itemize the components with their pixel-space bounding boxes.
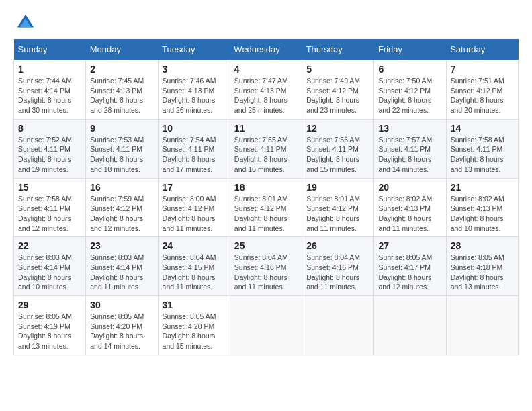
calendar-cell: 18 Sunrise: 8:01 AM Sunset: 4:12 PM Dayl… [230,178,302,237]
day-info: Sunrise: 8:04 AM Sunset: 4:16 PM Dayligh… [306,253,369,292]
day-number: 4 [234,64,298,75]
calendar-cell: 23 Sunrise: 8:03 AM Sunset: 4:14 PM Dayl… [86,237,158,296]
day-info: Sunrise: 7:57 AM Sunset: 4:11 PM Dayligh… [378,135,441,175]
day-header-thursday: Thursday [302,39,374,60]
calendar-cell: 8 Sunrise: 7:52 AM Sunset: 4:11 PM Dayli… [14,119,86,178]
day-number: 28 [451,240,514,251]
day-info: Sunrise: 7:50 AM Sunset: 4:12 PM Dayligh… [378,76,441,116]
day-header-wednesday: Wednesday [230,39,302,60]
day-info: Sunrise: 8:01 AM Sunset: 4:12 PM Dayligh… [234,194,298,234]
calendar-table: SundayMondayTuesdayWednesdayThursdayFrid… [13,39,519,355]
day-number: 7 [451,64,514,75]
calendar-cell: 1 Sunrise: 7:44 AM Sunset: 4:14 PM Dayli… [14,60,86,120]
calendar-cell: 12 Sunrise: 7:56 AM Sunset: 4:11 PM Dayl… [302,119,374,178]
calendar-cell: 20 Sunrise: 8:02 AM Sunset: 4:13 PM Dayl… [374,178,446,237]
day-info: Sunrise: 7:53 AM Sunset: 4:11 PM Dayligh… [90,135,153,175]
day-info: Sunrise: 7:58 AM Sunset: 4:11 PM Dayligh… [18,194,81,234]
day-number: 2 [90,64,153,75]
day-number: 3 [163,64,226,75]
day-number: 30 [90,300,153,310]
day-number: 23 [90,240,153,251]
calendar-cell: 21 Sunrise: 8:02 AM Sunset: 4:13 PM Dayl… [446,178,518,237]
day-info: Sunrise: 7:47 AM Sunset: 4:13 PM Dayligh… [234,76,298,116]
day-info: Sunrise: 7:52 AM Sunset: 4:11 PM Dayligh… [18,135,81,175]
day-number: 12 [306,123,369,134]
day-number: 18 [234,182,298,193]
calendar-cell: 27 Sunrise: 8:05 AM Sunset: 4:17 PM Dayl… [374,237,446,296]
day-info: Sunrise: 8:04 AM Sunset: 4:16 PM Dayligh… [234,253,298,292]
day-info: Sunrise: 8:03 AM Sunset: 4:14 PM Dayligh… [18,253,81,292]
day-number: 6 [378,64,441,75]
day-number: 10 [163,123,226,134]
calendar-cell: 25 Sunrise: 8:04 AM Sunset: 4:16 PM Dayl… [230,237,302,296]
calendar-cell: 10 Sunrise: 7:54 AM Sunset: 4:11 PM Dayl… [158,119,230,178]
calendar-cell: 2 Sunrise: 7:45 AM Sunset: 4:13 PM Dayli… [86,60,158,120]
day-number: 24 [163,240,226,251]
calendar-cell: 16 Sunrise: 7:59 AM Sunset: 4:12 PM Dayl… [86,178,158,237]
day-number: 11 [234,123,298,134]
day-number: 15 [18,182,81,193]
day-number: 17 [163,182,226,193]
day-header-sunday: Sunday [14,39,86,60]
day-info: Sunrise: 8:05 AM Sunset: 4:20 PM Dayligh… [90,312,153,351]
calendar-cell: 30 Sunrise: 8:05 AM Sunset: 4:20 PM Dayl… [86,296,158,355]
day-number: 14 [451,123,514,134]
day-info: Sunrise: 7:51 AM Sunset: 4:12 PM Dayligh… [451,76,514,116]
calendar-cell: 11 Sunrise: 7:55 AM Sunset: 4:11 PM Dayl… [230,119,302,178]
calendar-cell [374,296,446,355]
day-number: 13 [378,123,441,134]
day-number: 16 [90,182,153,193]
day-info: Sunrise: 8:05 AM Sunset: 4:17 PM Dayligh… [378,253,441,292]
day-info: Sunrise: 7:44 AM Sunset: 4:14 PM Dayligh… [18,76,81,116]
calendar-cell: 19 Sunrise: 8:01 AM Sunset: 4:12 PM Dayl… [302,178,374,237]
calendar-cell: 24 Sunrise: 8:04 AM Sunset: 4:15 PM Dayl… [158,237,230,296]
day-info: Sunrise: 8:05 AM Sunset: 4:18 PM Dayligh… [451,253,514,292]
day-info: Sunrise: 8:02 AM Sunset: 4:13 PM Dayligh… [451,194,514,234]
day-number: 25 [234,240,298,251]
day-info: Sunrise: 7:58 AM Sunset: 4:11 PM Dayligh… [451,135,514,175]
calendar-cell: 22 Sunrise: 8:03 AM Sunset: 4:14 PM Dayl… [14,237,86,296]
day-header-tuesday: Tuesday [158,39,230,60]
day-number: 1 [18,64,81,75]
calendar-cell [230,296,302,355]
day-info: Sunrise: 8:05 AM Sunset: 4:20 PM Dayligh… [163,312,226,351]
day-header-saturday: Saturday [446,39,518,60]
calendar-cell: 26 Sunrise: 8:04 AM Sunset: 4:16 PM Dayl… [302,237,374,296]
day-number: 5 [306,64,369,75]
day-number: 31 [163,300,226,310]
calendar-cell: 7 Sunrise: 7:51 AM Sunset: 4:12 PM Dayli… [446,60,518,120]
calendar-cell: 14 Sunrise: 7:58 AM Sunset: 4:11 PM Dayl… [446,119,518,178]
calendar-week-2: 8 Sunrise: 7:52 AM Sunset: 4:11 PM Dayli… [14,119,519,178]
day-info: Sunrise: 8:04 AM Sunset: 4:15 PM Dayligh… [163,253,226,292]
day-info: Sunrise: 7:54 AM Sunset: 4:11 PM Dayligh… [163,135,226,175]
day-info: Sunrise: 8:05 AM Sunset: 4:19 PM Dayligh… [18,312,81,351]
calendar-week-1: 1 Sunrise: 7:44 AM Sunset: 4:14 PM Dayli… [14,60,519,120]
day-header-monday: Monday [86,39,158,60]
day-number: 8 [18,123,81,134]
logo [13,13,35,32]
day-number: 21 [451,182,514,193]
day-info: Sunrise: 7:45 AM Sunset: 4:13 PM Dayligh… [90,76,153,116]
day-number: 9 [90,123,153,134]
day-info: Sunrise: 7:59 AM Sunset: 4:12 PM Dayligh… [90,194,153,234]
day-info: Sunrise: 8:03 AM Sunset: 4:14 PM Dayligh… [90,253,153,292]
day-number: 26 [306,240,369,251]
calendar-cell: 15 Sunrise: 7:58 AM Sunset: 4:11 PM Dayl… [14,178,86,237]
day-number: 29 [18,300,81,310]
calendar-cell: 4 Sunrise: 7:47 AM Sunset: 4:13 PM Dayli… [230,60,302,120]
day-info: Sunrise: 8:00 AM Sunset: 4:12 PM Dayligh… [163,194,226,234]
calendar-cell: 13 Sunrise: 7:57 AM Sunset: 4:11 PM Dayl… [374,119,446,178]
day-number: 27 [378,240,441,251]
calendar-week-4: 22 Sunrise: 8:03 AM Sunset: 4:14 PM Dayl… [14,237,519,296]
calendar-cell: 28 Sunrise: 8:05 AM Sunset: 4:18 PM Dayl… [446,237,518,296]
calendar-cell: 31 Sunrise: 8:05 AM Sunset: 4:20 PM Dayl… [158,296,230,355]
calendar-week-3: 15 Sunrise: 7:58 AM Sunset: 4:11 PM Dayl… [14,178,519,237]
calendar-cell: 3 Sunrise: 7:46 AM Sunset: 4:13 PM Dayli… [158,60,230,120]
day-number: 20 [378,182,441,193]
day-info: Sunrise: 7:55 AM Sunset: 4:11 PM Dayligh… [234,135,298,175]
logo-icon [16,13,35,32]
day-info: Sunrise: 7:49 AM Sunset: 4:12 PM Dayligh… [306,76,369,116]
calendar-cell: 17 Sunrise: 8:00 AM Sunset: 4:12 PM Dayl… [158,178,230,237]
calendar-cell: 6 Sunrise: 7:50 AM Sunset: 4:12 PM Dayli… [374,60,446,120]
calendar-cell: 5 Sunrise: 7:49 AM Sunset: 4:12 PM Dayli… [302,60,374,120]
